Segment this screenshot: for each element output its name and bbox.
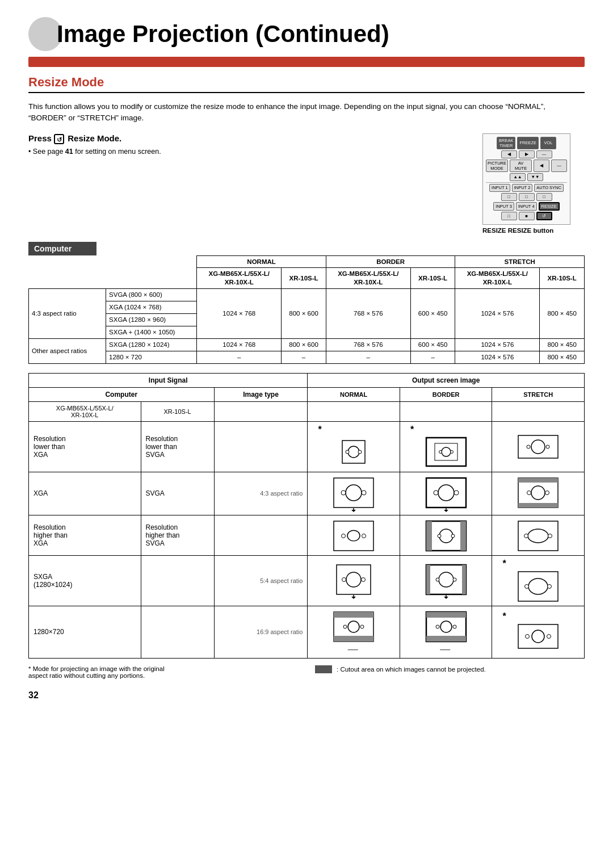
diag-border-3 bbox=[400, 515, 492, 555]
svg-point-32 bbox=[347, 530, 360, 541]
sxga-empty bbox=[141, 555, 214, 606]
diag-normal-1: * bbox=[308, 421, 400, 472]
remote-btn2: ▶ bbox=[519, 150, 535, 158]
aspect-empty1 bbox=[214, 421, 308, 472]
svg-point-56 bbox=[453, 578, 456, 581]
footnote-right: : Cutout area on which images cannot be … bbox=[315, 665, 585, 673]
remote-freeze-btn: FREEZE bbox=[517, 137, 539, 149]
remote-sq2: □ bbox=[519, 193, 535, 201]
diag-normal-4 bbox=[308, 555, 400, 606]
aspect-empty3 bbox=[214, 515, 308, 555]
remote-vol-btn: VOL bbox=[540, 137, 556, 149]
xg-model-header: XG-MB65X-L/55X-L/XR-10X-L bbox=[29, 401, 141, 421]
sxga1024-label: SXGA (1280 × 1024) bbox=[106, 339, 197, 351]
svg-point-38 bbox=[439, 529, 453, 543]
svg-rect-26 bbox=[518, 478, 558, 483]
svg-point-43 bbox=[524, 534, 528, 538]
input-signal-header: Input Signal bbox=[29, 373, 308, 387]
diag-stretch-5: * bbox=[492, 606, 585, 658]
diag-svg-border-1 bbox=[423, 435, 469, 469]
svg-point-61 bbox=[525, 584, 529, 588]
computer-col-header: Computer bbox=[29, 387, 215, 401]
hd-s2: 800 × 450 bbox=[540, 351, 585, 364]
remote-input3-btn: INPUT 3 bbox=[493, 202, 514, 211]
svg-point-33 bbox=[342, 534, 346, 538]
res-high-svga: Resolutionhigher thanSVGA bbox=[141, 515, 214, 555]
output-screen-header: Output screen image bbox=[308, 373, 585, 387]
svg-point-10 bbox=[531, 440, 545, 454]
svga-label: SVGA (800 × 600) bbox=[106, 289, 197, 301]
table-row: Other aspect ratios SXGA (1280 × 1024) 1… bbox=[29, 339, 585, 351]
svg-point-67 bbox=[343, 625, 347, 628]
remote-av-btn: AV MUTE bbox=[510, 160, 532, 172]
svg-rect-37 bbox=[460, 521, 466, 551]
svg-point-55 bbox=[436, 578, 439, 581]
footnote-left-1: * Mode for projecting an image with the … bbox=[28, 665, 298, 672]
hd-empty bbox=[141, 606, 214, 658]
imagetype-header: Image type bbox=[214, 387, 308, 401]
press-left: Press ↺ Resize Mode. • See page 41 for s… bbox=[28, 133, 460, 156]
svg-point-54 bbox=[439, 572, 454, 587]
aspect-169: 16:9 aspect ratio bbox=[214, 606, 308, 658]
remote-picture-btn: PICTUREMODE bbox=[486, 160, 508, 172]
other-n2: 800 × 600 bbox=[282, 339, 326, 351]
remote-sq4: □ bbox=[501, 212, 517, 220]
svg-point-62 bbox=[548, 584, 552, 588]
svg-point-29 bbox=[527, 490, 531, 494]
press-row: Press ↺ Resize Mode. • See page 41 for s… bbox=[28, 133, 585, 234]
table-row: XGA SVGA 4:3 aspect ratio bbox=[29, 472, 585, 515]
hd-s1: 1024 × 576 bbox=[455, 351, 540, 364]
svg-point-76 bbox=[532, 630, 544, 643]
diag-normal-2 bbox=[308, 472, 400, 515]
diag-border-1: * bbox=[400, 421, 492, 472]
sub-header-2: XR-10S-L bbox=[282, 268, 326, 289]
footnote-left: * Mode for projecting an image with the … bbox=[28, 665, 298, 679]
hd720-label: 1280 × 720 bbox=[106, 351, 197, 364]
aspect-54: 5:4 aspect ratio bbox=[214, 555, 308, 606]
remote-resize-btn: RESIZE bbox=[539, 202, 560, 211]
svg-point-47 bbox=[342, 578, 346, 582]
svg-marker-24 bbox=[444, 510, 448, 512]
normal-col-header: NORMAL bbox=[197, 255, 326, 268]
svg-rect-27 bbox=[518, 503, 558, 508]
press-sub: • See page 41 for setting on menu screen… bbox=[28, 148, 460, 156]
svg-rect-64 bbox=[334, 612, 373, 618]
diag-svg-stretch-3 bbox=[515, 518, 561, 552]
svg-point-77 bbox=[526, 634, 530, 638]
remote-aa-btn: ▲▲ bbox=[510, 173, 526, 181]
border-col-header: BORDER bbox=[326, 255, 455, 268]
svg-point-11 bbox=[527, 445, 530, 448]
hd-cell: 1280×720 bbox=[29, 606, 141, 658]
remote-input4-btn: INPUT 4 bbox=[516, 202, 537, 211]
svg-point-12 bbox=[546, 445, 549, 448]
diag-stretch-2 bbox=[492, 472, 585, 515]
diag-normal-5: — bbox=[308, 606, 400, 658]
sxga-cell: SXGA(1280×1024) bbox=[29, 555, 141, 606]
val-s1: 1024 × 576 bbox=[455, 289, 540, 339]
svg-point-21 bbox=[434, 490, 438, 495]
remote-input1-btn: INPUT 1 bbox=[489, 184, 510, 192]
remote-small-btn1: ◀ bbox=[534, 160, 549, 172]
normal-header: NORMAL bbox=[308, 387, 400, 401]
remote-resize-circle-btn: ↺ bbox=[536, 212, 552, 220]
table-row: 4:3 aspect ratio SVGA (800 × 600) 1024 ×… bbox=[29, 289, 585, 301]
diag-stretch-1 bbox=[492, 421, 585, 472]
other-ratios-label: Other aspect ratios bbox=[29, 339, 106, 364]
val-b1: 768 × 576 bbox=[326, 289, 410, 339]
svg-point-7 bbox=[439, 450, 442, 453]
footnote-right-text: : Cutout area on which images cannot be … bbox=[337, 666, 486, 673]
remote-small-btn2: — bbox=[551, 160, 567, 172]
svg-point-42 bbox=[528, 529, 548, 543]
remote-sq1: □ bbox=[501, 193, 517, 201]
resize-button-label: RESIZE RESIZE button bbox=[482, 227, 585, 234]
sub-header-6: XR-10S-L bbox=[540, 268, 585, 289]
aspect-43: 4:3 aspect ratio bbox=[214, 472, 308, 515]
svg-point-14 bbox=[346, 485, 362, 501]
table-row: 1280 × 720 – – – – 1024 × 576 800 × 450 bbox=[29, 351, 585, 364]
remote-area: BREAKTIMER FREEZE VOL ◀ ▶ — PICTUREMODE … bbox=[482, 133, 585, 234]
diag-svg-stretch-2 bbox=[515, 475, 561, 512]
diag-svg-stretch-1 bbox=[515, 430, 561, 464]
table-row: Resolutionhigher thanXGA Resolutionhighe… bbox=[29, 515, 585, 555]
hd-n2: – bbox=[282, 351, 326, 364]
svg-point-22 bbox=[454, 490, 459, 495]
